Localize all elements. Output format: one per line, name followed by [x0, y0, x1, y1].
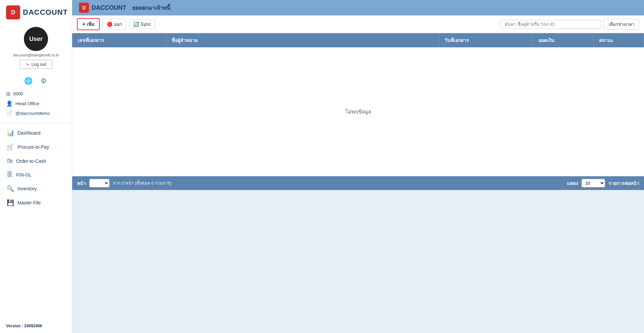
nav-label-fingl: FIN-GL	[16, 172, 32, 178]
sidebar-meta-org-id: ⊞ 0000	[6, 90, 66, 98]
nav-item-master-file[interactable]: 💾 Master File	[0, 196, 72, 210]
page-select[interactable]	[89, 179, 109, 187]
table-body: ไม่พบข้อมูล	[72, 47, 644, 176]
nav-item-inventory[interactable]: 🔍 Inventory	[0, 182, 72, 196]
sidebar-icons-row: 🌐 ⚙	[0, 73, 72, 88]
page-label: หน้า	[77, 180, 86, 187]
nav-label-procure: Procure-to-Pay	[17, 144, 49, 150]
sidebar: D DACCOUNT User daccount@trianglesoft.co…	[0, 0, 72, 333]
page-title: ยอดยกมาเจ้าหนี้	[132, 4, 170, 12]
nav-label-master: Master File	[17, 200, 41, 205]
show-label: แสดง	[567, 180, 578, 187]
bar-chart-icon: 📊	[7, 129, 14, 137]
nav-menu: 📊 Dashboard 🛒 Procure-to-Pay 🛍 Order-to-…	[0, 125, 72, 320]
per-page-label: รายการต่อหน้า	[608, 180, 639, 187]
header-logo-icon: D	[79, 3, 89, 13]
grid-icon: ⊞	[6, 91, 10, 97]
add-label: เพิ่ม	[87, 20, 94, 28]
logout-label: Log out	[32, 62, 46, 67]
plus-icon: +	[82, 21, 85, 27]
document-icon: 📄	[6, 110, 13, 116]
avatar: User	[24, 27, 48, 51]
nav-label-order: Order-to-Cash	[16, 158, 46, 164]
pagination-bar: หน้า จาก 0 หน้า (ทั้งหมด 0 รายการ) แสดง …	[72, 176, 644, 190]
gear-icon[interactable]: ⚙	[39, 76, 48, 86]
col-doc-date: วันที่เอกสาร	[439, 33, 533, 47]
globe-icon[interactable]: 🌐	[24, 76, 33, 86]
sidebar-meta: ⊞ 0000 👤 Head Office 📄 @daccountdemo	[0, 88, 72, 122]
search-input[interactable]	[500, 20, 601, 29]
sidebar-meta-head-office: 👤 Head Office	[6, 99, 66, 108]
logout-button[interactable]: ⤷ Log out	[19, 60, 52, 69]
head-office-label: Head Office	[15, 101, 39, 106]
sidebar-logo-icon: D	[6, 5, 20, 19]
main-content: D DACCOUNT ยอดยกมาเจ้าหนี้ + เพิ่ม 🔴 ออก…	[72, 0, 644, 333]
sidebar-meta-demo: 📄 @daccountdemo	[6, 109, 66, 117]
per-page-select[interactable]: 10	[582, 179, 605, 187]
col-doc-number: เลขที่เอกสาร	[72, 33, 166, 47]
header-logo-text: DACCOUNT	[92, 4, 126, 11]
person-circle-icon: 👤	[6, 100, 13, 107]
table-container: เลขที่เอกสาร ชื่อผู้จำหน่าย วันที่เอกสาร…	[72, 33, 644, 176]
sidebar-divider	[0, 123, 72, 123]
no-data-label: ไม่พบข้อมูล	[346, 108, 371, 116]
nav-item-fin-gl[interactable]: 🗄 FIN-GL	[0, 168, 72, 182]
nav-item-dashboard[interactable]: 📊 Dashboard	[0, 126, 72, 140]
export-icon: 🔴	[107, 21, 112, 27]
export-button[interactable]: 🔴 ออก	[102, 18, 126, 30]
sidebar-logo-area: D DACCOUNT	[0, 0, 72, 23]
sync-icon: 🔄	[133, 21, 139, 27]
cart-icon: 🛒	[7, 143, 14, 151]
org-id-label: 0000	[13, 91, 23, 96]
bag-icon: 🛍	[7, 157, 13, 164]
demo-label: @daccountdemo	[15, 111, 50, 116]
sync-button[interactable]: 🔄 Sync	[129, 19, 155, 29]
main-background	[72, 190, 644, 333]
page-info: จาก 0 หน้า (ทั้งหมด 0 รายการ)	[113, 180, 563, 187]
sidebar-logo-text: DACCOUNT	[23, 8, 68, 17]
sync-label: Sync	[140, 21, 151, 27]
nav-item-procure-to-pay[interactable]: 🛒 Procure-to-Pay	[0, 140, 72, 154]
database-icon: 💾	[7, 199, 14, 206]
date-filter-button[interactable]: เลือกช่วงเวลา	[604, 19, 639, 30]
date-filter-label: เลือกช่วงเวลา	[609, 22, 634, 27]
search-circle-icon: 🔍	[7, 185, 14, 192]
nav-item-order-to-cash[interactable]: 🛍 Order-to-Cash	[0, 154, 72, 168]
logout-icon: ⤷	[26, 62, 30, 67]
nav-label-inventory: Inventory	[17, 186, 37, 191]
top-header: D DACCOUNT ยอดยกมาเจ้าหนี้	[72, 0, 644, 15]
table-header: เลขที่เอกสาร ชื่อผู้จำหน่าย วันที่เอกสาร…	[72, 33, 644, 47]
sidebar-version: Version : 24092406	[0, 320, 72, 333]
col-supplier-name: ชื่อผู้จำหน่าย	[166, 33, 439, 47]
export-label: ออก	[114, 20, 122, 28]
user-section: User daccount@trianglesoft.co.th ⤷ Log o…	[0, 23, 72, 73]
col-status: สถานะ	[594, 33, 644, 47]
user-email: daccount@trianglesoft.co.th	[11, 53, 61, 57]
stack-icon: 🗄	[7, 171, 13, 178]
nav-label-dashboard: Dashboard	[17, 130, 41, 136]
col-amount: ยอดเงิน	[533, 33, 594, 47]
toolbar: + เพิ่ม 🔴 ออก 🔄 Sync เลือกช่วงเวลา	[72, 15, 644, 33]
add-button[interactable]: + เพิ่ม	[77, 18, 100, 30]
